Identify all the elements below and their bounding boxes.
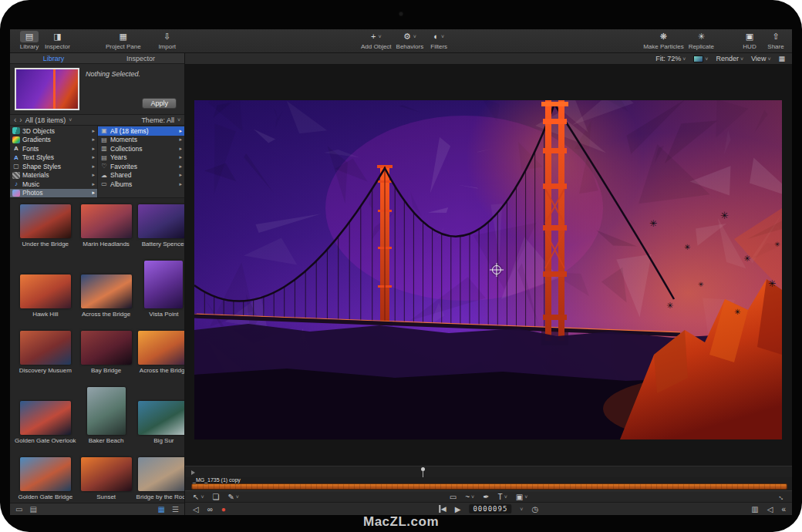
project-pane-button[interactable]: ▦ Project Pane: [103, 31, 143, 50]
inspector-button[interactable]: ◨ Inspector: [42, 31, 72, 50]
apply-button[interactable]: Apply: [142, 98, 177, 109]
collection-years[interactable]: ▤ Years ▸: [98, 153, 184, 163]
collapse-chevrons-icon[interactable]: «: [781, 505, 786, 513]
library-button[interactable]: ▤ Library: [16, 31, 42, 50]
share-button[interactable]: ⇧ Share: [763, 31, 789, 50]
photo-item[interactable]: Under the Bridge: [15, 204, 76, 247]
photo-thumbnail[interactable]: [81, 274, 132, 308]
timeline-ruler[interactable]: [185, 466, 792, 477]
macbook-bezel: ▤ Library ◨ Inspector ▦ Project Pane ⇩ I…: [0, 0, 802, 532]
collection-collections[interactable]: ▥ Collections ▸: [98, 144, 184, 153]
loop-icon[interactable]: ∞: [207, 505, 213, 513]
photo-thumbnail[interactable]: [81, 204, 132, 238]
curve-tool[interactable]: ~˅: [465, 493, 474, 501]
audio-mute-icon[interactable]: ◁: [193, 505, 199, 513]
photo-thumbnail[interactable]: [138, 331, 184, 365]
category-fonts[interactable]: A Fonts ▸: [10, 144, 97, 153]
crop-tool[interactable]: ❏: [212, 493, 219, 501]
category-materials[interactable]: Materials ▸: [10, 171, 97, 180]
category-label: Fonts: [22, 145, 39, 153]
photo-item[interactable]: Golden Gate Overlook: [15, 387, 76, 444]
collection-all-items[interactable]: ▣ All (18 items) ▸: [98, 126, 184, 136]
layout-grid-icon[interactable]: ▦: [778, 55, 785, 62]
photo-item[interactable]: Marin Headlands: [81, 204, 132, 247]
photo-thumbnail[interactable]: [20, 457, 71, 491]
category-music[interactable]: ♪ Music ▸: [10, 180, 97, 189]
category-shape-styles[interactable]: ▢ Shape Styles ▸: [10, 162, 97, 171]
photo-thumbnail[interactable]: [87, 387, 126, 435]
photo-item[interactable]: Battery Spencer: [136, 204, 184, 247]
play-button[interactable]: ▶: [455, 505, 461, 513]
photo-item[interactable]: Across the Bridge: [136, 331, 184, 374]
render-dropdown[interactable]: Render ˅: [716, 55, 743, 62]
new-folder-icon[interactable]: ▭: [15, 505, 22, 513]
anchor-point-handle[interactable]: [492, 265, 501, 274]
import-button[interactable]: ⇩ Import: [154, 31, 180, 50]
behaviors-button[interactable]: ⚙˅ Behaviors: [394, 31, 426, 50]
photo-thumbnail[interactable]: [81, 457, 132, 491]
photo-thumbnail[interactable]: [20, 274, 71, 308]
category-photos[interactable]: Photos ▸: [10, 189, 97, 198]
hud-button[interactable]: ▣ HUD: [736, 31, 763, 50]
photo-thumbnail[interactable]: [144, 261, 183, 308]
photo-item[interactable]: Bridge by the Rocks: [136, 457, 184, 500]
brush-tool[interactable]: ✎˅: [227, 493, 238, 501]
category-text-styles[interactable]: A Text Styles ▸: [10, 153, 97, 163]
frame-counter[interactable]: 0000095: [469, 504, 511, 513]
photo-thumbnail[interactable]: [138, 204, 184, 238]
collection-albums[interactable]: ▭ Albums ▸: [98, 180, 184, 189]
view-dropdown[interactable]: View ˅: [751, 55, 770, 62]
photo-item[interactable]: Vista Point: [136, 261, 184, 318]
photo-item[interactable]: Discovery Musuem: [15, 331, 76, 374]
list-view-icon[interactable]: ☰: [172, 505, 179, 513]
collection-favorites[interactable]: ♡ Favorites ▸: [98, 162, 184, 171]
pen-tool[interactable]: ✒: [483, 493, 489, 501]
tab-library[interactable]: Library: [10, 53, 97, 63]
track-clip-bar[interactable]: [191, 483, 787, 490]
photo-thumbnail[interactable]: [138, 401, 184, 435]
playhead-head[interactable]: [421, 467, 425, 471]
filters-button[interactable]: ◐˅ Filters: [426, 31, 452, 50]
project-artwork[interactable]: ✳ ✳ ✳ ✳ ✳ ✳ ✳ ✳ ✳: [194, 100, 782, 439]
make-particles-button[interactable]: ❋ Make Particles: [641, 31, 686, 50]
theme-dropdown[interactable]: Theme: All: [141, 116, 174, 124]
tab-inspector[interactable]: Inspector: [97, 53, 184, 63]
text-tool[interactable]: T˅: [498, 493, 507, 501]
photo-item[interactable]: Across the Bridge: [81, 261, 132, 318]
photo-item[interactable]: Baker Beach: [81, 387, 132, 444]
photo-item[interactable]: Bay Bridge: [81, 331, 132, 374]
fit-dropdown[interactable]: Fit: 72% ˅: [655, 55, 686, 62]
scope-dropdown[interactable]: All (18 items): [25, 116, 66, 124]
resize-timeline-icon[interactable]: ↔: [777, 491, 788, 503]
add-object-button[interactable]: +˅ Add Object: [359, 31, 394, 50]
record-icon[interactable]: ●: [221, 505, 226, 513]
grid-view-icon[interactable]: ▦: [158, 505, 165, 513]
photo-item[interactable]: Hawk Hill: [15, 261, 76, 318]
color-well[interactable]: ˅: [693, 56, 708, 62]
film-icon[interactable]: ▥: [751, 505, 758, 513]
photo-thumbnail[interactable]: [138, 457, 184, 491]
speaker-icon[interactable]: ◁: [767, 505, 773, 513]
photo-item[interactable]: Golden Gate Bridge: [15, 457, 76, 500]
photo-thumbnail[interactable]: [20, 204, 71, 238]
timecode-clock-icon[interactable]: ◷: [531, 505, 538, 513]
photo-thumbnail[interactable]: [81, 331, 132, 365]
previous-frame-button[interactable]: ◀: [439, 505, 446, 513]
photo-thumbnail[interactable]: [20, 331, 71, 365]
forward-icon[interactable]: ›: [19, 116, 22, 124]
photo-thumbnail[interactable]: [20, 401, 71, 435]
layers-icon[interactable]: ▤: [29, 505, 36, 513]
rectangle-tool[interactable]: ▭: [450, 493, 457, 501]
category-3d-objects[interactable]: 3D Objects ▸: [10, 126, 97, 136]
category-gradients[interactable]: Gradients ▸: [10, 136, 97, 145]
photo-item[interactable]: Big Sur: [136, 387, 184, 444]
replicate-button[interactable]: ✳ Replicate: [686, 31, 716, 50]
playhead[interactable]: [423, 467, 423, 477]
photo-item[interactable]: Sunset: [81, 457, 132, 500]
canvas-viewport[interactable]: ✳ ✳ ✳ ✳ ✳ ✳ ✳ ✳ ✳: [185, 65, 792, 466]
image-tool[interactable]: ▣˅: [516, 493, 528, 501]
collection-moments[interactable]: ▤ Moments ▸: [98, 136, 184, 145]
collection-shared[interactable]: ☁ Shared ▸: [98, 171, 184, 180]
select-tool[interactable]: ↖˅: [193, 493, 204, 501]
back-icon[interactable]: ‹: [14, 116, 16, 124]
